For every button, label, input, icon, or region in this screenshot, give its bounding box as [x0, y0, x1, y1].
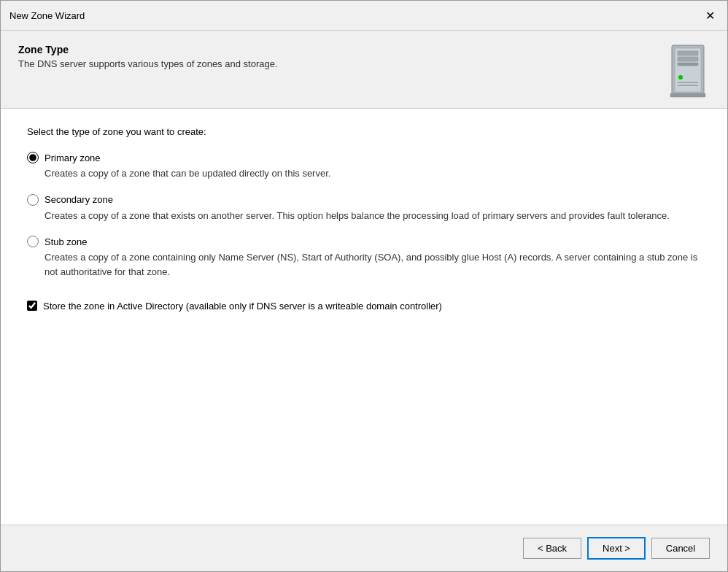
- dialog-title: New Zone Wizard: [9, 10, 85, 21]
- secondary-zone-description: Creates a copy of a zone that exists on …: [44, 209, 701, 223]
- header-title: Zone Type: [18, 44, 651, 55]
- new-zone-wizard-dialog: New Zone Wizard ✕ Zone Type The DNS serv…: [0, 0, 728, 572]
- server-icon: [666, 44, 710, 95]
- zone-type-radio-group: Primary zone Creates a copy of a zone th…: [27, 152, 701, 292]
- close-button[interactable]: ✕: [701, 7, 719, 24]
- content-section: Select the type of zone you want to crea…: [1, 109, 727, 525]
- cancel-button[interactable]: Cancel: [651, 538, 710, 559]
- active-directory-label[interactable]: Store the zone in Active Directory (avai…: [43, 299, 442, 314]
- next-button[interactable]: Next >: [587, 537, 646, 560]
- svg-rect-2: [678, 51, 698, 55]
- secondary-zone-radio[interactable]: [27, 194, 39, 206]
- stub-zone-label[interactable]: Stub zone: [44, 236, 88, 247]
- select-label: Select the type of zone you want to crea…: [27, 126, 701, 137]
- secondary-zone-option: Secondary zone Creates a copy of a zone …: [27, 194, 701, 223]
- svg-point-5: [678, 75, 683, 80]
- header-subtitle: The DNS server supports various types of…: [18, 58, 651, 69]
- svg-rect-3: [678, 57, 698, 61]
- active-directory-checkbox-section: Store the zone in Active Directory (avai…: [27, 299, 701, 314]
- header-section: Zone Type The DNS server supports variou…: [1, 31, 727, 109]
- svg-rect-7: [678, 85, 698, 86]
- primary-zone-option: Primary zone Creates a copy of a zone th…: [27, 152, 701, 181]
- svg-rect-4: [678, 63, 698, 66]
- active-directory-checkbox[interactable]: [27, 301, 37, 311]
- footer-section: < Back Next > Cancel: [1, 525, 727, 571]
- primary-zone-radio[interactable]: [27, 152, 39, 163]
- svg-rect-8: [670, 93, 705, 97]
- title-bar: New Zone Wizard ✕: [1, 1, 727, 31]
- back-button[interactable]: < Back: [523, 538, 581, 559]
- stub-zone-description: Creates a copy of a zone containing only…: [44, 250, 701, 279]
- stub-zone-option: Stub zone Creates a copy of a zone conta…: [27, 236, 701, 279]
- stub-zone-radio[interactable]: [27, 236, 39, 247]
- secondary-zone-label[interactable]: Secondary zone: [44, 194, 113, 205]
- primary-zone-label[interactable]: Primary zone: [44, 152, 101, 163]
- primary-zone-description: Creates a copy of a zone that can be upd…: [44, 166, 701, 181]
- header-text: Zone Type The DNS server supports variou…: [18, 44, 651, 69]
- svg-rect-6: [678, 82, 698, 83]
